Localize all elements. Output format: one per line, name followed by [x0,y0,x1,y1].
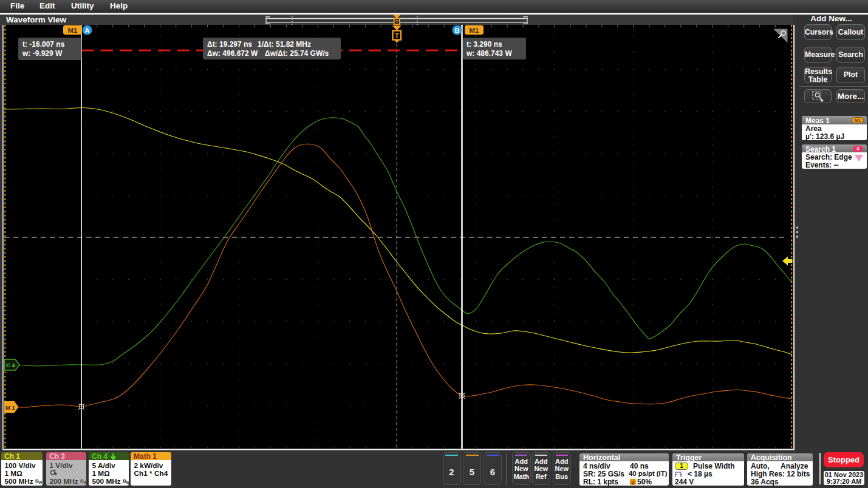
svg-text:T: T [395,19,398,24]
svg-text:B: B [455,27,460,34]
svg-text:Δw: 496.672 W: Δw: 496.672 W [207,49,258,58]
svg-text:w: 486.743 W: w: 486.743 W [466,49,512,58]
svg-text:T: T [395,32,399,39]
svg-text:M1: M1 [470,27,480,34]
svg-text:Δt: 19.297 ns: Δt: 19.297 ns [207,40,252,49]
svg-text:t: -16.007 ns: t: -16.007 ns [22,40,65,49]
svg-text:M1: M1 [68,27,78,34]
svg-text:w: -9.929 W: w: -9.929 W [22,49,63,58]
svg-text:C 4: C 4 [6,362,16,368]
svg-text:1/Δt: 51.82 MHz: 1/Δt: 51.82 MHz [258,40,311,49]
svg-text:u: u [632,480,635,485]
svg-text:A: A [85,27,90,34]
svg-text:M 1: M 1 [5,404,16,411]
svg-text:Δw/Δt: 25.74 GW/s: Δw/Δt: 25.74 GW/s [265,49,329,58]
svg-text:t: 3.290 ns: t: 3.290 ns [466,40,502,49]
